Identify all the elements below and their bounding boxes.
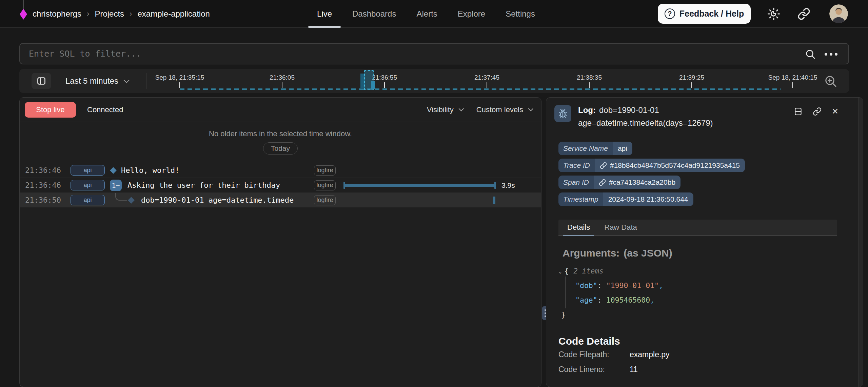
stop-live-button[interactable]: Stop live xyxy=(25,102,76,118)
timeline-tick: 21:39:25 xyxy=(679,74,704,88)
main-nav-tabs: Live Dashboards Alerts Explore Settings xyxy=(307,0,545,28)
span-duration-label: 3.9s xyxy=(501,178,515,193)
span-collapse-toggle[interactable]: 1− xyxy=(110,180,122,191)
log-row-selected[interactable]: 21:36:50 api dob=1990-01-01 age=datetime… xyxy=(20,192,541,207)
json-viewer: ⌄{2 items "dob":"1990-01-01", "age":1095… xyxy=(558,264,837,322)
connection-status: Connected xyxy=(87,105,123,114)
trace-id-attribute[interactable]: Trace ID #18b84cb4847b5d574c4ad9121935a4… xyxy=(558,159,745,172)
tab-dashboards[interactable]: Dashboards xyxy=(342,0,406,28)
timeline-tick: 21:38:35 xyxy=(577,74,602,88)
log-message: Asking the user for their birthday xyxy=(127,178,280,193)
more-options-icon[interactable] xyxy=(825,53,837,56)
breadcrumb: christophergs › Projects › example-appli… xyxy=(33,0,210,28)
chevron-down-icon xyxy=(124,77,130,83)
breadcrumb-projects[interactable]: Projects xyxy=(95,9,124,19)
today-button[interactable]: Today xyxy=(263,142,298,155)
live-panel-header: Stop live Connected Visibility Custom le… xyxy=(20,98,541,122)
theme-toggle-icon[interactable] xyxy=(767,7,780,20)
log-timestamp: 21:36:50 xyxy=(25,193,61,208)
top-nav-bar: christophergs › Projects › example-appli… xyxy=(0,0,868,28)
log-row[interactable]: 21:36:46 api Hello, world! logfire xyxy=(20,163,541,178)
json-open-line[interactable]: ⌄{2 items xyxy=(558,264,837,278)
tab-settings[interactable]: Settings xyxy=(495,0,545,28)
collapse-icon[interactable]: ⌄ xyxy=(558,268,562,274)
service-badge[interactable]: api xyxy=(71,180,105,190)
copy-link-icon[interactable] xyxy=(813,107,822,116)
timeline-activity-baseline[interactable] xyxy=(180,88,781,90)
logo-needle xyxy=(23,0,24,9)
sql-filter-bar xyxy=(19,43,849,64)
live-log-panel: Stop live Connected Visibility Custom le… xyxy=(19,97,541,387)
timeline-tick: Sep 18, 21:40:15 xyxy=(768,74,817,88)
span-id-attribute[interactable]: Span ID #ca741384ca2a20bb xyxy=(558,176,680,189)
link-icon xyxy=(599,179,606,186)
tree-connector xyxy=(115,193,127,201)
logfire-tag[interactable]: logfire xyxy=(314,180,336,190)
details-title: Log:dob=1990-01-01 age=datetime.timedelt… xyxy=(578,104,768,129)
timestamp-attribute[interactable]: Timestamp 2024-09-18 21:36:50.644 xyxy=(558,192,693,206)
code-filepath-row: Code Filepath: example.py xyxy=(558,347,837,362)
visibility-dropdown[interactable]: Visibility xyxy=(427,105,462,114)
service-badge[interactable]: api xyxy=(71,195,105,205)
timeline-activity-bar[interactable] xyxy=(371,81,375,89)
log-message: Hello, world! xyxy=(121,163,179,178)
chevron-down-icon xyxy=(458,106,464,111)
service-badge[interactable]: api xyxy=(71,165,105,176)
timeline-tick: 21:37:45 xyxy=(474,74,499,88)
logfire-tag[interactable]: logfire xyxy=(314,165,336,176)
sql-filter-input[interactable] xyxy=(29,44,802,64)
share-link-icon[interactable] xyxy=(797,7,810,20)
json-items-count: 2 items xyxy=(573,267,604,275)
tab-live[interactable]: Live xyxy=(307,0,342,28)
tab-alerts[interactable]: Alerts xyxy=(406,0,447,28)
timeline-tick: Sep 18, 21:35:15 xyxy=(155,74,204,88)
log-timestamp: 21:36:46 xyxy=(25,178,61,193)
breadcrumb-org[interactable]: christophergs xyxy=(33,9,81,19)
search-icon[interactable] xyxy=(805,49,816,60)
code-details-heading: Code Details xyxy=(558,335,837,347)
log-level-diamond-icon xyxy=(128,197,135,204)
details-tab-bar: Details Raw Data xyxy=(558,220,837,236)
split-view-icon[interactable] xyxy=(794,107,803,116)
log-level-diamond-icon xyxy=(110,167,117,174)
custom-levels-dropdown[interactable]: Custom levels xyxy=(476,105,532,114)
log-timestamp: 21:36:46 xyxy=(25,163,61,178)
user-avatar[interactable] xyxy=(829,4,848,23)
details-title-prefix: Log: xyxy=(578,105,596,115)
span-duration-bar xyxy=(343,184,496,187)
code-lineno-row: Code Lineno: 11 xyxy=(558,362,837,377)
logfire-logo[interactable] xyxy=(20,9,27,20)
log-details-panel: Log:dob=1990-01-01 age=datetime.timedelt… xyxy=(546,97,863,387)
link-icon xyxy=(600,162,607,169)
service-name-attribute[interactable]: Service Name api xyxy=(558,142,632,155)
json-indent-guide xyxy=(565,277,566,308)
json-close-line: } xyxy=(558,307,837,322)
no-older-items-message: No older items in the selected time wind… xyxy=(20,122,541,138)
breadcrumb-separator: › xyxy=(87,9,89,18)
timeline-divider xyxy=(146,73,146,89)
close-icon[interactable]: ✕ xyxy=(832,107,839,116)
tab-details[interactable]: Details xyxy=(563,220,594,235)
time-range-selector[interactable]: Last 5 minutes xyxy=(65,69,128,93)
timeline-bar: Last 5 minutes Sep 18, 21:35:15 21:36:05… xyxy=(19,69,849,93)
feedback-help-button[interactable]: ? Feedback / Help xyxy=(658,4,751,24)
debug-bug-icon xyxy=(554,105,571,122)
details-scrollbar[interactable] xyxy=(858,98,863,387)
timeline-tick: 21:36:55 xyxy=(372,74,397,88)
breadcrumb-project-name[interactable]: example-application xyxy=(137,9,210,19)
help-icon: ? xyxy=(665,8,675,19)
chevron-down-icon xyxy=(528,106,534,111)
breadcrumb-separator: › xyxy=(130,9,132,18)
log-row[interactable]: 21:36:46 api 1− Asking the user for thei… xyxy=(20,178,541,192)
tab-explore[interactable]: Explore xyxy=(448,0,495,28)
logo-diamond-icon xyxy=(20,9,27,20)
arguments-heading: Arguments:(as JSON) xyxy=(558,247,837,259)
tab-raw-data[interactable]: Raw Data xyxy=(600,220,641,235)
sidebar-toggle-icon[interactable] xyxy=(32,73,51,89)
json-entry: "dob":"1990-01-01", xyxy=(558,278,837,293)
span-duration-tick xyxy=(493,197,495,204)
json-entry: "age":1095465600, xyxy=(558,293,837,307)
logfire-tag[interactable]: logfire xyxy=(314,195,336,205)
zoom-in-icon[interactable] xyxy=(824,75,837,88)
empty-history-zone: No older items in the selected time wind… xyxy=(20,122,541,163)
